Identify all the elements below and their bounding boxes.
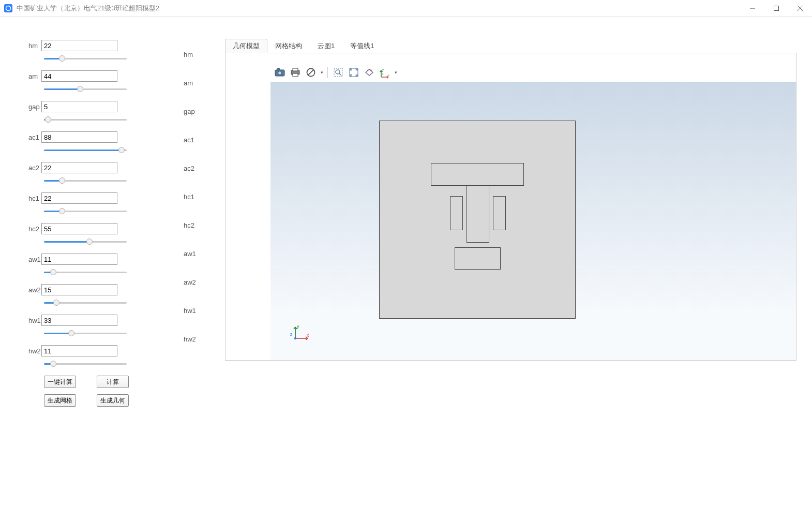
param-slider-aw2[interactable] [44, 298, 127, 307]
disable-icon[interactable] [304, 65, 318, 80]
svg-text:z: z [290, 332, 293, 337]
tab-2[interactable]: 云图1 [310, 39, 342, 53]
svg-rect-8 [291, 70, 299, 75]
geom-stem [467, 186, 489, 243]
geometry-canvas[interactable]: y x z [270, 82, 796, 360]
geom-right-coil [493, 196, 506, 230]
param-slider-ac1[interactable] [44, 145, 127, 155]
titlebar: 中国矿业大学（北京）电气21级3班赖超阳模型2 [0, 0, 812, 17]
one-key-calc-button[interactable]: 一键计算 [44, 376, 76, 388]
param-label-hw1: hw1 [28, 317, 41, 324]
geom-top-bar [431, 163, 524, 186]
dropdown-arrow-icon[interactable]: ▾ [319, 70, 324, 75]
param-slider-hc1[interactable] [44, 206, 127, 216]
param-row-aw2: aw2 [44, 284, 173, 295]
param-row-hw1: hw1 [44, 315, 173, 326]
svg-text:x: x [307, 333, 309, 338]
param-input-am[interactable] [41, 70, 117, 82]
viewer-toolbar: ▾ y z x [269, 64, 796, 81]
param-readout-label-hc2: hc2 [184, 211, 225, 239]
tab-3[interactable]: 等值线1 [342, 39, 382, 53]
viewer-frame: ▾ y z x [225, 53, 796, 361]
tab-1[interactable]: 网格结构 [267, 39, 310, 53]
geom-left-coil [450, 196, 463, 230]
param-input-hm[interactable] [41, 40, 117, 51]
app-icon [4, 4, 12, 12]
label-column: hmamgapac1ac2hc1hc2aw1aw2hw1hw2 [184, 17, 225, 521]
param-readout-label-hw2: hw2 [184, 324, 225, 353]
camera-icon[interactable] [273, 65, 287, 80]
param-slider-gap[interactable] [44, 115, 127, 124]
param-label-ac2: ac2 [28, 164, 41, 172]
param-readout-label-hc1: hc1 [184, 182, 225, 211]
param-slider-aw1[interactable] [44, 267, 127, 277]
param-label-hw2: hw2 [28, 347, 41, 355]
param-row-am: am [44, 70, 173, 82]
main-area: 几何模型网格结构云图1等值线1 ▾ [225, 17, 812, 521]
param-input-hc2[interactable] [41, 223, 117, 234]
param-slider-am[interactable] [44, 84, 127, 94]
minimize-button[interactable] [741, 0, 764, 17]
param-label-aw2: aw2 [28, 286, 41, 294]
param-slider-hc2[interactable] [44, 237, 127, 246]
param-row-hc1: hc1 [44, 192, 173, 204]
geom-bottom-magnet [455, 247, 501, 270]
dropdown-arrow-icon[interactable]: ▾ [393, 70, 398, 75]
svg-point-11 [307, 69, 315, 77]
param-readout-label-am: am [184, 68, 225, 97]
param-row-hc2: hc2 [44, 223, 173, 234]
rotate-view-icon[interactable] [362, 65, 377, 80]
fit-view-icon[interactable] [347, 65, 361, 80]
outer-boundary [379, 121, 576, 319]
gen-geom-button[interactable]: 生成几何 [97, 394, 129, 407]
param-input-aw2[interactable] [41, 284, 117, 295]
svg-rect-16 [350, 68, 358, 77]
param-input-hw1[interactable] [41, 315, 117, 326]
param-slider-ac2[interactable] [44, 176, 127, 185]
svg-point-14 [336, 70, 340, 74]
param-label-am: am [28, 72, 41, 80]
calc-button[interactable]: 计算 [97, 376, 129, 388]
param-readout-label-ac1: ac1 [184, 125, 225, 154]
svg-rect-2 [774, 6, 779, 10]
tabs: 几何模型网格结构云图1等值线1 [225, 40, 796, 53]
gen-mesh-button[interactable]: 生成网格 [44, 394, 76, 407]
param-input-ac1[interactable] [41, 131, 117, 143]
zoom-area-icon[interactable] [331, 65, 345, 80]
print-icon[interactable] [288, 65, 303, 80]
param-slider-hw2[interactable] [44, 359, 127, 368]
param-label-aw1: aw1 [28, 256, 41, 263]
param-label-hc1: hc1 [28, 195, 41, 202]
param-label-hm: hm [28, 42, 41, 50]
param-input-aw1[interactable] [41, 254, 117, 265]
param-input-ac2[interactable] [41, 162, 117, 173]
param-label-gap: gap [28, 103, 41, 111]
param-readout-label-gap: gap [184, 97, 225, 125]
param-readout-label-aw1: aw1 [184, 239, 225, 267]
svg-rect-10 [293, 73, 298, 77]
param-label-hc2: hc2 [28, 225, 41, 233]
param-input-gap[interactable] [41, 101, 117, 112]
svg-text:y: y [382, 68, 384, 71]
param-slider-hm[interactable] [44, 54, 127, 63]
svg-text:y: y [297, 324, 299, 329]
param-row-hw2: hw2 [44, 345, 173, 356]
param-readout-label-ac2: ac2 [184, 154, 225, 182]
param-row-hm: hm [44, 40, 173, 51]
svg-rect-5 [275, 70, 284, 76]
maximize-button[interactable] [764, 0, 788, 17]
param-row-ac2: ac2 [44, 162, 173, 173]
svg-point-6 [278, 71, 282, 75]
param-row-gap: gap [44, 101, 173, 112]
go-home-axis-icon[interactable]: y z x [378, 65, 392, 80]
param-readout-label-aw2: aw2 [184, 267, 225, 296]
param-input-hw2[interactable] [41, 345, 117, 356]
param-input-hc1[interactable] [41, 192, 117, 204]
tab-0[interactable]: 几何模型 [225, 39, 267, 53]
param-slider-hw1[interactable] [44, 329, 127, 338]
param-row-ac1: ac1 [44, 131, 173, 143]
close-button[interactable] [788, 0, 812, 17]
param-readout-label-hw1: hw1 [184, 296, 225, 324]
svg-rect-13 [334, 68, 342, 77]
svg-rect-7 [277, 69, 280, 70]
